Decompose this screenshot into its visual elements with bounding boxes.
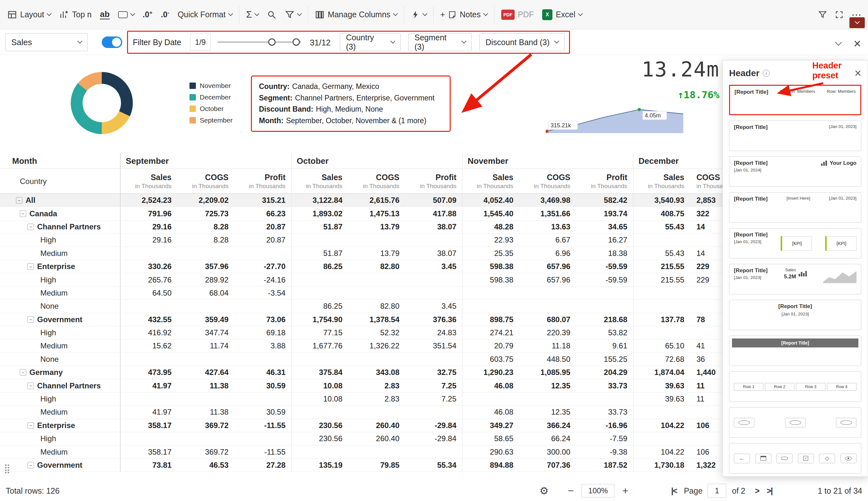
value-cell[interactable]: 657.96 [519, 273, 576, 286]
discount-band-filter-dropdown[interactable]: Discount Band (3) [479, 33, 564, 51]
value-cell[interactable] [120, 432, 177, 445]
value-cell[interactable] [234, 353, 291, 366]
value-cell[interactable]: 86.25 [291, 300, 348, 312]
next-page-button[interactable]: > [755, 486, 759, 495]
value-cell[interactable]: 34.65 [576, 221, 633, 233]
row-label-cell[interactable]: High [0, 234, 120, 246]
value-cell[interactable] [519, 287, 576, 299]
value-cell[interactable]: 46.08 [462, 406, 519, 418]
row-label-cell[interactable]: High [0, 432, 120, 445]
collapse-toggle[interactable]: − [16, 197, 22, 203]
value-cell[interactable]: -59.59 [576, 273, 633, 286]
value-cell[interactable]: 46.08 [462, 379, 519, 392]
value-cell[interactable] [405, 273, 462, 286]
value-cell[interactable]: 12.35 [519, 406, 576, 418]
value-cell[interactable]: 1,893.02 [291, 207, 348, 220]
metric-header-cell[interactable]: Salesin Thousands [462, 169, 519, 194]
row-label-cell[interactable]: −Canada [0, 207, 120, 220]
value-cell[interactable]: 104.22 [633, 445, 690, 458]
value-cell[interactable]: 41.97 [120, 406, 177, 418]
slider-track[interactable] [218, 42, 301, 43]
country-corner-cell[interactable]: Country [0, 169, 120, 194]
value-cell[interactable]: 230.56 [291, 432, 348, 445]
value-cell[interactable]: 358.17 [120, 445, 177, 458]
theme-color-dropdown[interactable] [849, 17, 865, 28]
value-cell[interactable]: 137.78 [633, 313, 690, 326]
row-label-cell[interactable]: Medium [0, 339, 120, 352]
preset-card-three-placeholders[interactable] [729, 407, 861, 438]
month-group-header[interactable]: October [291, 153, 462, 169]
value-cell[interactable]: 27.28 [234, 459, 291, 471]
value-cell[interactable]: -29.84 [405, 432, 462, 445]
value-cell[interactable] [120, 393, 177, 405]
value-cell[interactable]: -3.54 [234, 287, 291, 299]
value-cell[interactable]: 33.73 [576, 406, 633, 418]
decimal-decrease-button[interactable]: .0- [161, 10, 169, 19]
preset-card-title-kpi[interactable]: [Report Title] [Jan 01, 2023] [KPI] [KPI… [729, 228, 861, 258]
value-cell[interactable]: 1,351.66 [519, 207, 576, 220]
value-cell[interactable] [405, 353, 462, 366]
value-cell[interactable]: 33.73 [576, 379, 633, 392]
value-cell[interactable]: 369.72 [177, 445, 234, 458]
text-format-button[interactable]: ab [100, 10, 109, 20]
row-label-cell[interactable]: −Government [0, 459, 120, 471]
filter-menu-button[interactable] [285, 10, 301, 20]
value-cell[interactable] [291, 234, 348, 246]
value-cell[interactable] [405, 406, 462, 418]
value-cell[interactable] [633, 326, 690, 339]
value-cell[interactable]: 38.07 [405, 221, 462, 233]
value-cell[interactable] [633, 234, 690, 246]
value-cell[interactable]: 82.80 [348, 260, 405, 273]
value-cell[interactable] [348, 273, 405, 286]
value-cell[interactable]: 707.36 [519, 459, 576, 471]
value-cell[interactable]: 193.74 [576, 207, 633, 220]
pdf-export-button[interactable]: PDF PDF [501, 10, 534, 20]
value-cell[interactable]: 10.08 [291, 379, 348, 392]
row-label-cell[interactable]: −Government [0, 313, 120, 326]
value-cell[interactable]: 1,378.54 [348, 313, 405, 326]
value-cell[interactable]: 1,677.76 [291, 339, 348, 352]
measure-select[interactable]: Sales [5, 33, 88, 51]
value-cell[interactable]: 417.88 [405, 207, 462, 220]
value-cell[interactable]: 77.15 [291, 326, 348, 339]
zoom-out-button[interactable]: − [568, 485, 574, 497]
value-cell[interactable] [120, 353, 177, 366]
value-cell[interactable]: 343.08 [348, 366, 405, 379]
value-cell[interactable]: 64.50 [120, 287, 177, 299]
value-cell[interactable]: 11.38 [177, 406, 234, 418]
collapse-toggle[interactable]: − [28, 462, 34, 468]
value-cell[interactable] [633, 287, 690, 299]
value-cell[interactable] [576, 393, 633, 405]
gear-icon[interactable]: ⚙ [540, 485, 549, 497]
value-cell[interactable] [348, 353, 405, 366]
value-cell[interactable] [177, 353, 234, 366]
value-cell[interactable]: 7.25 [405, 379, 462, 392]
value-cell[interactable]: 432.55 [120, 313, 177, 326]
metric-header-cell[interactable]: Salesin Thousands [120, 169, 177, 194]
row-label-cell[interactable]: −Channel Partners [0, 379, 120, 392]
decimal-increase-button[interactable]: .0+ [143, 10, 153, 19]
value-cell[interactable]: 3,540.93 [633, 194, 690, 207]
month-corner-cell[interactable]: Month [0, 153, 120, 169]
value-cell[interactable] [234, 393, 291, 405]
value-cell[interactable]: -9.38 [576, 445, 633, 458]
value-cell[interactable]: 3.88 [234, 339, 291, 352]
row-label-cell[interactable]: −Enterprise [0, 260, 120, 273]
metric-header-cell[interactable]: COGSin Thousands [348, 169, 405, 194]
value-cell[interactable] [462, 300, 519, 312]
row-label-cell[interactable]: Medium [0, 406, 120, 418]
value-cell[interactable]: 69.18 [234, 326, 291, 339]
toolbar-filter-icon[interactable] [818, 10, 827, 19]
value-cell[interactable]: 82.80 [348, 300, 405, 312]
metric-header-cell[interactable]: COGSin Thousands [519, 169, 576, 194]
value-cell[interactable]: 507.09 [405, 194, 462, 207]
value-cell[interactable]: 51.87 [291, 221, 348, 233]
value-cell[interactable]: 25.35 [462, 247, 519, 260]
value-cell[interactable]: 230.56 [291, 419, 348, 432]
preset-card-four-rows[interactable]: Row 1 Row 2 Row 3 Row 4 [729, 371, 861, 402]
value-cell[interactable]: 4,052.40 [462, 194, 519, 207]
value-cell[interactable]: 330.26 [120, 260, 177, 273]
collapse-toggle[interactable]: − [28, 383, 34, 389]
value-cell[interactable]: -59.59 [576, 260, 633, 273]
value-cell[interactable]: 24.83 [405, 326, 462, 339]
